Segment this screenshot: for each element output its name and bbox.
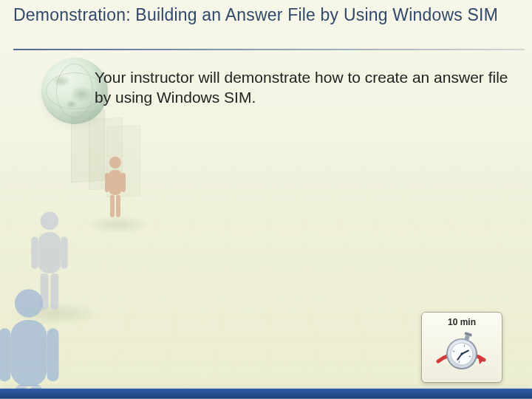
svg-point-12 [15,289,43,317]
svg-rect-5 [116,195,120,217]
svg-rect-7 [38,232,61,273]
person-icon [100,155,130,222]
slide: Demonstration: Building an Answer File b… [0,0,532,399]
svg-rect-2 [105,173,109,192]
title-container: Demonstration: Building an Answer File b… [13,4,525,30]
svg-rect-15 [47,328,59,381]
svg-rect-9 [61,237,67,269]
svg-rect-3 [121,173,126,192]
svg-rect-1 [109,170,122,195]
timer-badge: 10 min [421,312,502,383]
title-underline [13,49,525,50]
timer-label: 10 min [448,317,476,327]
svg-point-0 [109,157,121,168]
stopwatch-icon [435,329,488,376]
svg-rect-4 [110,195,115,217]
bottom-accent-bar [0,389,532,399]
slide-title: Demonstration: Building an Answer File b… [13,4,525,26]
svg-rect-14 [0,328,10,381]
svg-rect-13 [10,320,47,386]
slide-body: Your instructor will demonstrate how to … [95,68,511,108]
person-icon [0,288,62,399]
svg-point-6 [41,212,59,231]
svg-rect-8 [31,237,38,269]
